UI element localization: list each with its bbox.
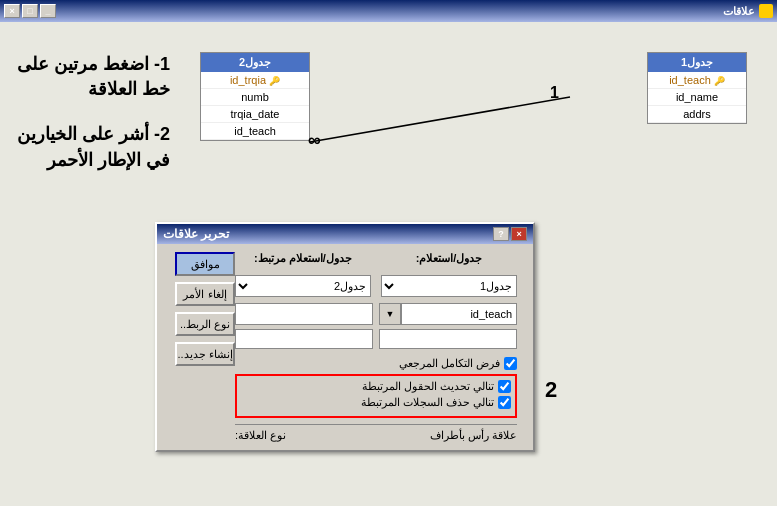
relation-type-value: علاقة رأس بأطراف	[430, 429, 517, 442]
table2-row-1: 🔑 id_trqia	[201, 72, 309, 89]
field-row-2	[235, 329, 517, 349]
edit-relations-dialog: × ? تحرير علاقات جدول/استعلام: جدول/استع	[155, 222, 535, 452]
instruction-step1: 1- اضغط مرتين على خط العلاقة	[10, 52, 170, 102]
instruction-step2: 2- أشر على الخيارين في الإطار الأحمر	[10, 122, 170, 172]
update-checkbox-row: تنالي تحديث الحقول المرتبطة	[241, 380, 511, 393]
red-highlighted-box: تنالي تحديث الحقول المرتبطة تنالي حذف ال…	[235, 374, 517, 418]
key-icon-2: 🔑	[714, 76, 725, 86]
main-area: 1- اضغط مرتين على خط العلاقة 2- أشر على …	[0, 22, 777, 506]
table1: جدول1 🔑 id_teach id_name addrs	[647, 52, 747, 124]
dialog-content: جدول/استعلام: جدول/استعلام مرتبط: جدول1	[235, 252, 525, 442]
col-related: جدول/استعلام مرتبط:	[235, 252, 371, 269]
dialog-column-headers: جدول/استعلام: جدول/استعلام مرتبط:	[235, 252, 517, 269]
tables-area: جدول2 🔑 id_trqia numb trqia_date id_teac…	[180, 42, 767, 242]
type-button[interactable]: نوع الربط..	[175, 312, 235, 336]
dialog-title-bar: × ? تحرير علاقات	[157, 224, 533, 244]
cancel-button[interactable]: إلغاء الأمر	[175, 282, 235, 306]
right-table-select[interactable]: جدول2	[235, 275, 371, 297]
dialog-title-icons: × ?	[493, 227, 527, 241]
table2-header: جدول2	[201, 53, 309, 72]
table2-row-3: trqia_date	[201, 106, 309, 123]
table1-row-2: id_name	[648, 89, 746, 106]
close-window-button[interactable]: ×	[4, 4, 20, 18]
dialog-body: جدول/استعلام: جدول/استعلام مرتبط: جدول1	[157, 244, 533, 450]
left-table-select-wrap: جدول1	[381, 275, 517, 297]
new-button[interactable]: إنشاء جديد..	[175, 342, 235, 366]
field-left: id_teach ▼	[379, 303, 517, 325]
dialog-close-button[interactable]: ×	[511, 227, 527, 241]
ok-button[interactable]: موافق	[175, 252, 235, 276]
table2: جدول2 🔑 id_trqia numb trqia_date id_teac…	[200, 52, 310, 141]
table-selects-row: جدول1 جدول2	[235, 275, 517, 297]
table1-header: جدول1	[648, 53, 746, 72]
window-icon	[759, 4, 773, 18]
svg-line-0	[310, 97, 570, 142]
integrity-checkbox-row: فرض التكامل المرجعي	[235, 357, 517, 370]
field-empty-left	[379, 329, 517, 349]
table1-row-1: 🔑 id_teach	[648, 72, 746, 89]
field-right	[235, 303, 373, 325]
field-value-left: id_teach	[401, 303, 517, 325]
field-empty-right	[235, 329, 373, 349]
field-row: id_teach ▼	[235, 303, 517, 325]
col-related-label: جدول/استعلام مرتبط:	[235, 252, 371, 265]
key-icon-1: 🔑	[269, 76, 280, 86]
window-title: علاقات	[723, 5, 755, 18]
title-bar: علاقات _ □ ×	[0, 0, 777, 22]
field-value-right	[235, 303, 373, 325]
field-dropdown-left[interactable]: ▼	[379, 303, 401, 325]
dialog-side-buttons: موافق إلغاء الأمر نوع الربط.. إنشاء جديد…	[165, 252, 235, 442]
col-query: جدول/استعلام:	[381, 252, 517, 269]
delete-label: تنالي حذف السجلات المرتبطة	[361, 396, 494, 409]
table2-row-2: numb	[201, 89, 309, 106]
integrity-checkbox[interactable]	[504, 357, 517, 370]
delete-checkbox[interactable]	[498, 396, 511, 409]
title-bar-buttons: _ □ ×	[4, 4, 56, 18]
delete-checkbox-row: تنالي حذف السجلات المرتبطة	[241, 396, 511, 409]
one-symbol: 1	[550, 84, 559, 102]
minimize-button[interactable]: _	[40, 4, 56, 18]
table1-row-3: addrs	[648, 106, 746, 123]
title-bar-text: علاقات	[723, 4, 773, 18]
dialog-bottom: علاقة رأس بأطراف نوع العلاقة:	[235, 424, 517, 442]
dialog-title-text: تحرير علاقات	[163, 227, 229, 241]
col-query-label: جدول/استعلام:	[381, 252, 517, 265]
relation-type-label: نوع العلاقة:	[235, 429, 286, 442]
table2-row-4: id_teach	[201, 123, 309, 140]
number-2-label: 2	[545, 377, 557, 403]
dialog-help-button[interactable]: ?	[493, 227, 509, 241]
update-label: تنالي تحديث الحقول المرتبطة	[362, 380, 494, 393]
infinity-symbol: ∞	[308, 130, 321, 151]
right-table-select-wrap: جدول2	[235, 275, 371, 297]
integrity-label: فرض التكامل المرجعي	[399, 357, 500, 370]
update-checkbox[interactable]	[498, 380, 511, 393]
left-table-select[interactable]: جدول1	[381, 275, 517, 297]
instructions-panel: 1- اضغط مرتين على خط العلاقة 2- أشر على …	[10, 52, 170, 173]
maximize-button[interactable]: □	[22, 4, 38, 18]
